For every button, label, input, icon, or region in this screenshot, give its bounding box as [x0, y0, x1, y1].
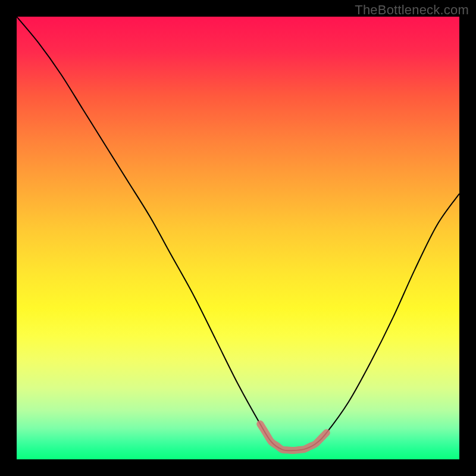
watermark-label: TheBottleneck.com	[355, 2, 469, 18]
plot-area	[17, 17, 459, 459]
chart-svg	[17, 17, 459, 459]
curve-path	[17, 17, 459, 450]
chart-frame: TheBottleneck.com	[0, 0, 476, 476]
optimal-band-path	[260, 424, 327, 450]
